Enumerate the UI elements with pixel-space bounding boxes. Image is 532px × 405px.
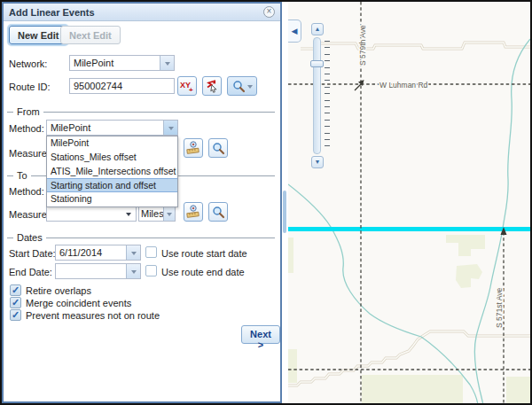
slider-down-icon: ▼ <box>315 159 321 165</box>
road-label-vertical-top: S 579th Ave <box>358 25 367 66</box>
route-id-input[interactable]: 950002744 <box>69 78 175 94</box>
zoom-in-button[interactable]: ▲ <box>311 23 324 35</box>
search-icon <box>232 80 246 93</box>
from-measure-search-button[interactable] <box>208 138 228 158</box>
network-label: Network: <box>9 58 47 69</box>
use-route-start-date-checkbox[interactable] <box>145 246 157 258</box>
to-units-combo[interactable]: Miles <box>138 206 176 222</box>
close-icon[interactable]: × <box>263 6 275 18</box>
chevron-down-icon[interactable] <box>163 206 175 221</box>
to-measure-locate-button[interactable] <box>184 202 203 222</box>
start-date-combo[interactable]: 6/11/2014 <box>55 245 141 261</box>
add-linear-events-panel: Add Linear Events × New Edit Next Edit N… <box>2 2 282 403</box>
use-route-end-date-label: Use route end date <box>161 267 245 277</box>
from-method-label: Method: <box>9 123 44 134</box>
dropdown-item[interactable]: MilePoint <box>47 136 177 151</box>
zoom-out-button[interactable]: ▼ <box>311 156 324 168</box>
end-date-label: End Date: <box>9 267 52 277</box>
measure-ruler-icon <box>186 141 200 155</box>
use-route-start-date-label: Use route start date <box>161 248 247 259</box>
field-polygon <box>288 238 293 273</box>
merge-coincident-checkbox[interactable] <box>10 297 21 308</box>
zoom-slider-ticks <box>325 41 330 152</box>
chevron-down-icon <box>247 85 253 91</box>
method-dropdown-list: MilePoint Stations_Miles offset ATIS_Mil… <box>46 136 178 207</box>
to-method-label: Method: <box>9 186 44 197</box>
route-id-label: Route ID: <box>9 82 50 92</box>
panel-collapse-button[interactable]: ◀ <box>288 19 301 43</box>
field-polygon <box>362 375 463 403</box>
map-canvas[interactable]: W Luhman Rd S 579th Ave S 571st Ave ◀ ▲ … <box>288 2 530 403</box>
to-measure-label: Measure: <box>9 209 50 220</box>
select-route-icon <box>205 79 219 93</box>
retire-overlaps-checkbox[interactable] <box>10 284 21 296</box>
chevron-down-icon[interactable] <box>160 56 174 70</box>
dropdown-item[interactable]: Stations_Miles offset <box>47 151 177 165</box>
network-combo[interactable]: MilePoint <box>69 55 175 71</box>
collapse-arrow-icon: ◀ <box>292 27 298 35</box>
field-polygon <box>506 377 530 403</box>
from-section-legend: From <box>7 106 275 117</box>
dropdown-item[interactable]: ATIS_Mile_Intersections offset <box>47 165 177 179</box>
merge-coincident-label: Merge coincident events <box>26 298 131 308</box>
panel-splitter-handle[interactable] <box>283 191 286 233</box>
field-polygon <box>288 349 297 383</box>
use-route-end-date-checkbox[interactable] <box>145 265 157 276</box>
stream <box>474 39 530 403</box>
field-polygon <box>456 264 482 288</box>
dropdown-item-selected[interactable]: Starting station and offset <box>47 178 177 192</box>
panel-title: Add Linear Events <box>9 7 95 18</box>
panel-titlebar: Add Linear Events × <box>4 4 280 21</box>
from-measure-locate-button[interactable] <box>184 138 203 158</box>
dates-section-legend: Dates <box>7 232 275 243</box>
chevron-down-icon[interactable] <box>121 206 136 221</box>
chevron-down-icon[interactable] <box>126 245 140 260</box>
xy-coordinates-button[interactable]: XY + <box>177 76 197 96</box>
search-icon <box>212 142 225 155</box>
to-measure-combo[interactable] <box>46 206 137 222</box>
field-polygon <box>446 235 485 256</box>
start-date-label: Start Date: <box>9 248 56 259</box>
from-measure-label: Measure: <box>9 148 50 159</box>
road-label-horizontal: W Luhman Rd <box>379 81 428 90</box>
next-edit-button[interactable]: Next Edit <box>60 26 121 44</box>
svg-text:+: + <box>189 86 193 94</box>
xy-icon: XY + <box>179 78 195 94</box>
road-label-vertical-right: S 571st Ave <box>495 288 504 328</box>
prevent-measures-label: Prevent measures not on route <box>26 310 160 321</box>
chevron-down-icon[interactable] <box>163 121 177 135</box>
slider-up-icon: ▲ <box>315 26 321 32</box>
chevron-down-icon[interactable] <box>126 264 140 278</box>
dropdown-item[interactable]: Stationing <box>47 192 177 206</box>
to-measure-search-button[interactable] <box>208 202 228 222</box>
end-date-combo[interactable] <box>55 263 141 279</box>
prevent-measures-checkbox[interactable] <box>10 309 21 321</box>
from-method-combo[interactable]: MilePoint <box>46 120 178 136</box>
zoom-slider-track[interactable] <box>313 37 321 154</box>
select-on-map-button[interactable] <box>202 76 222 96</box>
zoom-slider-handle[interactable] <box>310 60 324 67</box>
search-route-dropdown-button[interactable] <box>227 76 257 96</box>
stream <box>288 184 478 403</box>
new-edit-button[interactable]: New Edit <box>9 26 67 44</box>
measure-ruler-icon <box>186 205 200 219</box>
next-button[interactable]: Next > <box>241 325 280 344</box>
search-icon <box>212 206 225 219</box>
retire-overlaps-label: Retire overlaps <box>26 285 91 296</box>
